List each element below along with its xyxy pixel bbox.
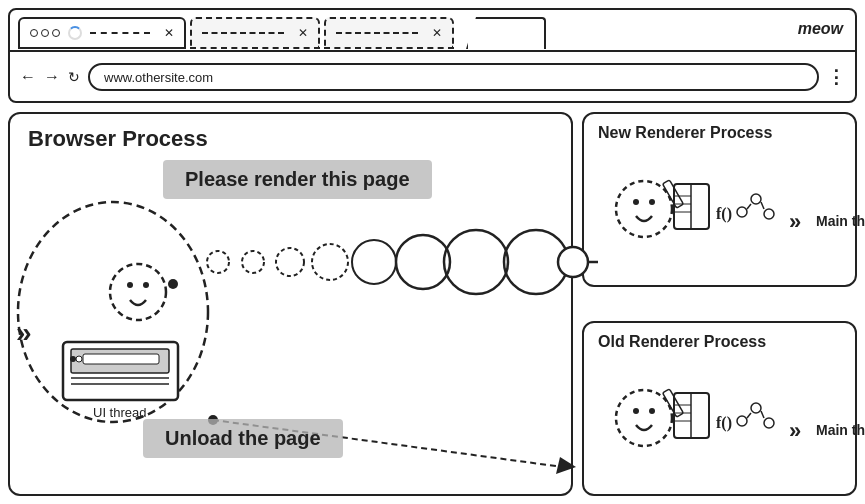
tab-loading-spinner [68, 26, 82, 40]
back-button[interactable]: ← [20, 68, 36, 86]
svg-point-35 [127, 282, 133, 288]
new-main-thread-label: Main thread [816, 213, 865, 229]
forward-button[interactable]: → [44, 68, 60, 86]
tab-3[interactable]: ✕ [324, 17, 454, 49]
old-main-thread-label: Main thread [816, 422, 865, 438]
nav-bar: ← → ↻ www.othersite.com ⋮ [10, 52, 855, 102]
render-banner: Please render this page [163, 160, 432, 199]
svg-point-34 [110, 264, 166, 320]
new-renderer-content: f() » Main thread [594, 154, 845, 275]
svg-point-40 [70, 356, 76, 362]
svg-point-44 [168, 279, 178, 289]
svg-line-14 [761, 202, 764, 209]
tab-circle-1 [30, 29, 38, 37]
svg-point-51 [444, 230, 508, 294]
svg-point-2 [649, 199, 655, 205]
menu-button[interactable]: ⋮ [827, 66, 845, 88]
tab-close-2[interactable]: ✕ [298, 26, 308, 40]
svg-marker-57 [556, 457, 576, 474]
ui-thread-text: UI thread [93, 405, 146, 420]
svg-line-29 [747, 413, 751, 418]
old-renderer-content: f() » Main thread [594, 363, 845, 484]
svg-point-53 [558, 247, 588, 277]
svg-point-16 [616, 390, 672, 446]
browser-chrome: ✕ ✕ ✕ meow ← → ↻ www.othersite.com ⋮ [8, 8, 857, 103]
svg-point-47 [276, 248, 304, 276]
tab-3-content [336, 32, 418, 34]
old-renderer-svg: f() » Main thread [594, 363, 865, 493]
refresh-button[interactable]: ↻ [68, 69, 80, 85]
svg-point-1 [633, 199, 639, 205]
svg-rect-39 [83, 354, 159, 364]
svg-point-36 [143, 282, 149, 288]
svg-point-50 [396, 235, 450, 289]
tab-close-1[interactable]: ✕ [164, 26, 174, 40]
svg-point-45 [207, 251, 229, 273]
tab-close-3[interactable]: ✕ [432, 26, 442, 40]
tab-circle-2 [41, 29, 49, 37]
old-renderer-label: Old Renderer Process [598, 333, 766, 351]
new-renderer-label: New Renderer Process [598, 124, 772, 142]
svg-point-17 [633, 408, 639, 414]
svg-text:»: » [789, 209, 801, 234]
svg-text:f(): f() [716, 205, 732, 223]
svg-point-48 [312, 244, 348, 280]
diagram-area: Browser Process New Renderer Process [8, 112, 857, 496]
tab-dash-line [90, 32, 150, 34]
svg-line-13 [747, 204, 751, 209]
svg-point-11 [751, 194, 761, 204]
tab-traffic-lights [30, 29, 60, 37]
svg-text:»: » [16, 317, 32, 348]
old-renderer-box: Old Renderer Process f() [582, 321, 857, 496]
svg-text:»: » [789, 418, 801, 443]
tab-2[interactable]: ✕ [190, 17, 320, 49]
tab-bar: ✕ ✕ ✕ meow [10, 10, 855, 52]
svg-point-28 [764, 418, 774, 428]
svg-text:f(): f() [716, 414, 732, 432]
svg-line-30 [761, 411, 764, 418]
unload-banner: Unload the page [143, 419, 343, 458]
svg-point-26 [737, 416, 747, 426]
new-renderer-svg: f() » Main thread [594, 154, 865, 284]
svg-point-46 [242, 251, 264, 273]
new-renderer-box: New Renderer Process f() [582, 112, 857, 287]
tab-2-content [202, 32, 284, 34]
tab-circle-3 [52, 29, 60, 37]
svg-point-10 [737, 207, 747, 217]
svg-point-12 [764, 209, 774, 219]
svg-point-0 [616, 181, 672, 237]
svg-point-41 [76, 356, 82, 362]
url-bar[interactable]: www.othersite.com [88, 63, 819, 91]
active-tab-shape [466, 17, 546, 49]
svg-point-18 [649, 408, 655, 414]
svg-point-27 [751, 403, 761, 413]
tab-1[interactable]: ✕ [18, 17, 186, 49]
meow-label: meow [798, 20, 843, 38]
url-text: www.othersite.com [104, 70, 213, 85]
svg-point-49 [352, 240, 396, 284]
